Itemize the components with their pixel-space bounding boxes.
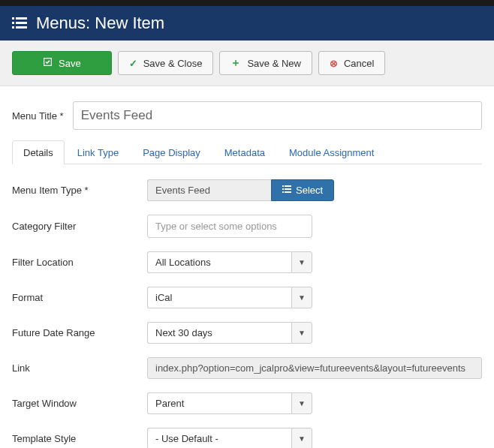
save-close-button[interactable]: ✓ Save & Close	[118, 51, 214, 75]
chevron-down-icon: ▼	[291, 322, 312, 344]
label-category-filter: Category Filter	[12, 221, 147, 232]
content-area: Menu Title * Details Link Type Page Disp…	[0, 86, 494, 448]
svg-rect-7	[285, 185, 291, 187]
svg-rect-4	[12, 26, 14, 29]
row-format: Format iCal ▼	[12, 287, 482, 308]
label-link: Link	[12, 362, 147, 374]
save-new-button[interactable]: ＋ Save & New	[219, 51, 312, 75]
format-dropdown[interactable]: iCal ▼	[147, 287, 312, 308]
save-new-label: Save & New	[247, 58, 301, 69]
label-future-date-range: Future Date Range	[12, 327, 147, 338]
label-template-style: Template Style	[12, 433, 147, 444]
row-target-window: Target Window Parent ▼	[12, 392, 482, 414]
category-filter-input[interactable]: Type or select some options	[147, 215, 312, 238]
label-format: Format	[12, 292, 147, 303]
link-value: index.php?option=com_jcalpro&view=future…	[147, 357, 482, 379]
svg-rect-5	[16, 26, 27, 29]
chevron-down-icon: ▼	[291, 287, 312, 308]
save-button-label: Save	[59, 58, 81, 69]
tab-page-display[interactable]: Page Display	[131, 140, 212, 164]
target-window-value: Parent	[147, 392, 291, 414]
chevron-down-icon: ▼	[291, 392, 312, 414]
check-icon: ✓	[129, 58, 137, 69]
template-style-value: - Use Default -	[147, 428, 291, 448]
action-toolbar: Save ✓ Save & Close ＋ Save & New ⊗ Cance…	[0, 41, 494, 86]
future-date-range-dropdown[interactable]: Next 30 days ▼	[147, 322, 312, 344]
filter-location-value: All Locations	[147, 251, 291, 273]
svg-rect-3	[16, 22, 27, 24]
save-button[interactable]: Save	[12, 51, 112, 75]
chevron-down-icon: ▼	[291, 251, 312, 273]
future-date-range-value: Next 30 days	[147, 322, 291, 344]
svg-rect-8	[282, 188, 284, 190]
template-style-dropdown[interactable]: - Use Default - ▼	[147, 428, 312, 448]
row-category-filter: Category Filter Type or select some opti…	[12, 215, 482, 238]
row-template-style: Template Style - Use Default - ▼	[12, 428, 482, 448]
tab-bar: Details Link Type Page Display Metadata …	[12, 140, 482, 164]
format-value: iCal	[147, 287, 291, 308]
plus-icon: ＋	[230, 56, 241, 70]
label-filter-location: Filter Location	[12, 257, 147, 268]
menu-title-label: Menu Title *	[12, 110, 64, 122]
menu-title-row: Menu Title *	[12, 101, 482, 130]
app-top-bar	[0, 0, 494, 6]
menu-title-input[interactable]	[73, 101, 482, 130]
svg-rect-11	[285, 191, 291, 193]
filter-location-dropdown[interactable]: All Locations ▼	[147, 251, 312, 273]
tab-details[interactable]: Details	[12, 140, 65, 164]
svg-rect-1	[16, 17, 27, 20]
svg-rect-10	[282, 191, 284, 193]
row-link: Link index.php?option=com_jcalpro&view=f…	[12, 357, 482, 379]
label-menu-item-type: Menu Item Type *	[12, 185, 147, 196]
apply-icon	[43, 57, 53, 69]
page-title: Menus: New Item	[36, 14, 164, 33]
page-title-bar: Menus: New Item	[0, 6, 494, 41]
cancel-label: Cancel	[344, 58, 374, 69]
target-window-dropdown[interactable]: Parent ▼	[147, 392, 312, 414]
tab-link-type[interactable]: Link Type	[66, 140, 130, 164]
row-filter-location: Filter Location All Locations ▼	[12, 251, 482, 273]
cancel-button[interactable]: ⊗ Cancel	[318, 51, 385, 75]
save-close-label: Save & Close	[143, 58, 203, 69]
svg-rect-2	[12, 22, 14, 24]
select-btn-label: Select	[296, 185, 323, 196]
svg-rect-0	[12, 17, 14, 20]
svg-rect-6	[282, 185, 284, 187]
select-type-button[interactable]: Select	[271, 179, 334, 201]
list-small-icon	[282, 185, 291, 196]
svg-rect-9	[285, 188, 291, 190]
cancel-icon: ⊗	[330, 58, 338, 69]
row-menu-item-type: Menu Item Type * Events Feed Select	[12, 179, 482, 201]
label-target-window: Target Window	[12, 398, 147, 409]
tab-metadata[interactable]: Metadata	[213, 140, 276, 164]
menu-item-type-value: Events Feed	[147, 179, 271, 201]
row-future-date-range: Future Date Range Next 30 days ▼	[12, 322, 482, 344]
list-icon	[12, 17, 27, 30]
chevron-down-icon: ▼	[291, 428, 312, 448]
tab-module-assignment[interactable]: Module Assignment	[278, 140, 385, 164]
